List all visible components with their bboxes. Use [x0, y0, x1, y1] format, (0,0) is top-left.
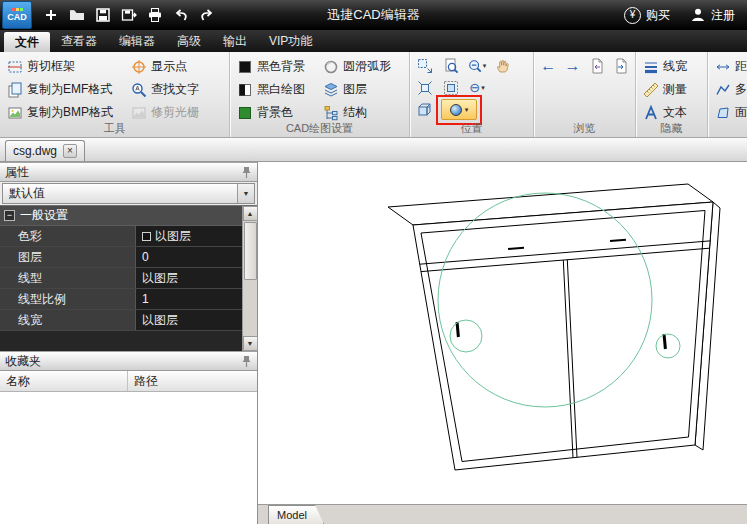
model-tab-label: Model [277, 509, 307, 521]
zoom-extents-button[interactable] [413, 77, 437, 98]
previous-view-button[interactable] [586, 55, 608, 76]
layers-button[interactable]: 图层 [319, 78, 395, 101]
property-row[interactable]: 线型比例 1 [0, 289, 242, 310]
smooth-arc-button[interactable]: 圆滑弧形 [319, 55, 395, 78]
property-value[interactable]: 1 [136, 289, 242, 309]
measure-button[interactable]: 测量 [639, 78, 704, 101]
save-button[interactable] [90, 3, 116, 27]
new-file-button[interactable] [38, 3, 64, 27]
print-button[interactable] [142, 3, 168, 27]
zoom-page-button[interactable] [439, 55, 463, 76]
back-arrow-icon: ← [540, 58, 556, 74]
show-points-button[interactable]: 显示点 [127, 55, 203, 78]
tab-close-icon[interactable]: × [63, 144, 77, 158]
property-row[interactable]: 图层 0 [0, 247, 242, 268]
scroll-down-icon[interactable]: ▼ [243, 336, 258, 351]
group-title-hide: 隐藏 [636, 121, 707, 136]
app-window: CAD 迅捷CAD编辑器 ¥ 购买 [0, 0, 747, 524]
property-value[interactable]: 以图层 [136, 268, 242, 288]
property-row[interactable]: 线宽 以图层 [0, 310, 242, 331]
property-row[interactable]: 线型 以图层 [0, 268, 242, 289]
background-color-icon [237, 105, 253, 121]
previous-view-icon [589, 58, 605, 74]
menu-file[interactable]: 文件 [4, 32, 50, 52]
undo-button[interactable] [168, 3, 194, 27]
black-background-button[interactable]: 黑色背景 [233, 55, 309, 78]
polyline-icon [715, 82, 731, 98]
value-text: 以图层 [142, 270, 178, 287]
measure-ruler-icon [643, 82, 659, 98]
preset-dropdown[interactable]: 默认值 ▼ [2, 183, 255, 204]
property-section-header[interactable]: − 一般设置 [0, 206, 242, 226]
zoom-out-dropdown-button[interactable]: ▾ [465, 55, 489, 76]
button-label: 多 [735, 81, 747, 98]
collapse-icon[interactable]: − [4, 210, 15, 221]
section-title: 一般设置 [20, 207, 68, 224]
drawer-handle [610, 240, 626, 241]
line-width-button[interactable]: 线宽 [639, 55, 704, 78]
back-button[interactable]: ← [537, 55, 559, 76]
button-label: 黑白绘图 [257, 81, 305, 98]
copy-emf-button[interactable]: 复制为EMF格式 [3, 78, 117, 101]
title-bar: CAD 迅捷CAD编辑器 ¥ 购买 [0, 0, 747, 30]
logo-decoration [12, 8, 23, 11]
next-view-button[interactable] [610, 55, 632, 76]
model-tab[interactable]: Model [268, 505, 324, 524]
zoom-window-button[interactable] [413, 55, 437, 76]
line-width-icon [643, 59, 659, 75]
forward-button[interactable]: → [561, 55, 583, 76]
scrollbar[interactable]: ▲ ▼ [242, 206, 257, 351]
zoom-selection-button[interactable] [439, 77, 463, 98]
save-as-button[interactable] [116, 3, 142, 27]
button-label: 测量 [663, 81, 687, 98]
property-row[interactable]: 色彩 以图层 [0, 226, 242, 247]
dropdown-button[interactable]: ▼ [237, 184, 254, 203]
open-file-button[interactable] [64, 3, 90, 27]
buy-button[interactable]: ¥ 购买 [614, 0, 680, 30]
new-file-icon [43, 7, 59, 23]
ribbon: 剪切框架 复制为EMF格式 复制为BMP格式 显示点 [0, 52, 747, 138]
menu-output[interactable]: 输出 [212, 30, 258, 52]
column-header-name[interactable]: 名称 [0, 371, 128, 391]
pan-button[interactable] [491, 55, 515, 76]
bw-drawing-button[interactable]: 黑白绘图 [233, 78, 309, 101]
column-header-path[interactable]: 路径 [128, 371, 257, 391]
drawing-canvas[interactable]: Model [258, 162, 747, 524]
property-value[interactable]: 以图层 [136, 310, 242, 330]
menu-advanced[interactable]: 高级 [166, 30, 212, 52]
redo-button[interactable] [194, 3, 220, 27]
register-button[interactable]: 注册 [680, 0, 745, 30]
pin-icon[interactable] [241, 355, 252, 368]
value-text: 0 [142, 250, 149, 264]
menu-viewer[interactable]: 查看器 [50, 30, 108, 52]
property-value[interactable]: 0 [136, 247, 242, 267]
wipeout-dropdown-button[interactable]: ▾ [441, 99, 477, 120]
find-text-button[interactable]: 查找文字 [127, 78, 203, 101]
trim-raster-icon [131, 105, 147, 121]
measure-area-button[interactable]: 面 [711, 101, 744, 124]
ribbon-group-browse: ← → 浏览 [534, 52, 636, 137]
menu-vip[interactable]: VIP功能 [258, 30, 323, 52]
chevron-down-icon: ▾ [465, 106, 469, 113]
zoom-minus-dropdown-button[interactable]: ⊖ ▾ [465, 77, 489, 98]
cut-frame-button[interactable]: 剪切框架 [3, 55, 117, 78]
zoom-extents-icon [417, 80, 433, 96]
pin-icon[interactable] [241, 166, 252, 179]
scroll-thumb[interactable] [244, 222, 257, 280]
yen-icon: ¥ [624, 7, 641, 24]
view-3d-icon [417, 102, 433, 118]
door-handle [664, 334, 665, 349]
group-title-tools: 工具 [0, 121, 229, 136]
document-tab[interactable]: csg.dwg × [5, 140, 85, 161]
measure-distance-button[interactable]: 距 [711, 55, 744, 78]
scroll-up-icon[interactable]: ▲ [243, 206, 258, 221]
circled-minus-icon: ⊖ [469, 81, 480, 94]
redo-icon [199, 7, 215, 23]
save-as-icon [121, 7, 137, 23]
property-value[interactable]: 以图层 [136, 226, 242, 246]
measure-polyline-button[interactable]: 多 [711, 78, 744, 101]
view-3d-button[interactable] [413, 99, 437, 120]
buy-label: 购买 [646, 7, 670, 24]
bw-drawing-icon [237, 82, 253, 98]
menu-editor[interactable]: 编辑器 [108, 30, 166, 52]
